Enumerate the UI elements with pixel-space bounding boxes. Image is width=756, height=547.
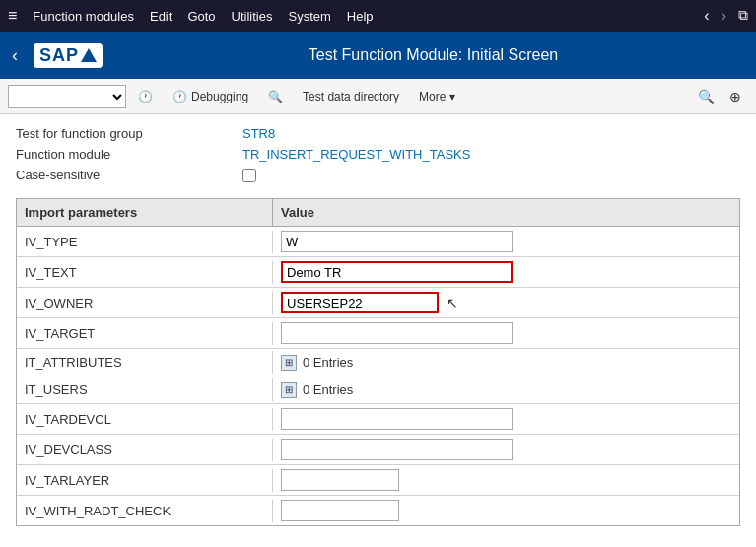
table-body: IV_TYPE IV_TEXT IV_OWNER ↖ bbox=[17, 227, 739, 525]
new-tab-icon: ⊕ bbox=[729, 89, 741, 104]
param-value bbox=[273, 318, 739, 348]
param-value bbox=[273, 496, 739, 525]
toolbar-select[interactable] bbox=[8, 85, 126, 108]
param-value: ⊞ 0 Entries bbox=[273, 351, 739, 375]
table-row: IV_DEVCLASS bbox=[17, 435, 739, 465]
param-value: ⊞ 0 Entries bbox=[273, 378, 739, 402]
table-row: IT_ATTRIBUTES ⊞ 0 Entries bbox=[17, 349, 739, 376]
iv-owner-input[interactable] bbox=[281, 292, 439, 313]
param-value bbox=[273, 227, 739, 256]
iv-devclass-input[interactable] bbox=[281, 439, 513, 460]
function-module-value[interactable]: TR_INSERT_REQUEST_WITH_TASKS bbox=[242, 147, 470, 162]
test-data-label: Test data directory bbox=[303, 90, 399, 103]
new-tab-button[interactable]: ⊕ bbox=[722, 84, 748, 109]
param-value bbox=[273, 435, 739, 464]
table-row: IV_OWNER ↖ bbox=[17, 288, 739, 318]
param-name: IT_USERS bbox=[17, 378, 273, 401]
back-button[interactable]: ‹ bbox=[12, 45, 18, 66]
header-bar: ‹ SAP Test Function Module: Initial Scre… bbox=[0, 32, 756, 79]
sap-logo: SAP bbox=[34, 43, 103, 68]
param-name: IV_TARDEVCL bbox=[17, 408, 273, 431]
nav-back-icon[interactable]: ‹ bbox=[704, 7, 709, 25]
case-sensitive-checkbox[interactable] bbox=[242, 169, 256, 182]
function-module-label: Function module bbox=[16, 147, 242, 162]
param-value: ↖ bbox=[273, 288, 739, 317]
search-param-button[interactable]: 🔍 bbox=[260, 84, 291, 109]
more-button[interactable]: More ▾ bbox=[411, 84, 463, 109]
table-row: IV_TARDEVCL bbox=[17, 404, 739, 435]
debugging-label: Debugging bbox=[191, 90, 248, 103]
cursor-icon: ↖ bbox=[447, 295, 458, 310]
param-value bbox=[273, 404, 739, 434]
iv-tarlayer-input[interactable] bbox=[281, 469, 399, 491]
case-sensitive-label: Case-sensitive bbox=[16, 168, 242, 182]
function-module-row: Function module TR_INSERT_REQUEST_WITH_T… bbox=[16, 147, 740, 162]
param-name: IV_TARGET bbox=[17, 322, 273, 345]
debugging-icon: 🕐 bbox=[172, 90, 187, 103]
menu-goto[interactable]: Goto bbox=[187, 9, 215, 24]
col-param-header: Import parameters bbox=[17, 199, 273, 226]
menu-function-modules[interactable]: Function modules bbox=[33, 9, 134, 24]
page-title: Test Function Module: Initial Screen bbox=[122, 46, 744, 64]
param-name: IV_DEVCLASS bbox=[17, 439, 273, 461]
search-param-icon: 🔍 bbox=[268, 90, 283, 103]
test-data-button[interactable]: Test data directory bbox=[295, 84, 407, 109]
param-name: IV_WITH_RADT_CHECK bbox=[17, 500, 273, 522]
function-group-label: Test for function group bbox=[16, 126, 242, 141]
entries-text: 0 Entries bbox=[303, 355, 353, 370]
title-bar-right: ‹ › ⧉ bbox=[704, 7, 748, 25]
param-name: IV_TYPE bbox=[17, 231, 273, 253]
sap-logo-text: SAP bbox=[39, 45, 79, 66]
param-value bbox=[273, 257, 739, 287]
import-params-table: Import parameters Value IV_TYPE IV_TEXT … bbox=[16, 198, 740, 526]
menu-edit[interactable]: Edit bbox=[150, 9, 172, 24]
table-row: IV_TYPE bbox=[17, 227, 739, 257]
sap-logo-triangle bbox=[81, 48, 97, 62]
menu-bar: Function modules Edit Goto Utilities Sys… bbox=[33, 9, 373, 24]
window-icon[interactable]: ⧉ bbox=[738, 7, 748, 25]
iv-target-input[interactable] bbox=[281, 322, 513, 344]
refresh-button[interactable]: 🕐 bbox=[130, 84, 161, 109]
iv-tardevcl-input[interactable] bbox=[281, 408, 513, 430]
menu-system[interactable]: System bbox=[288, 9, 330, 24]
more-chevron-icon: ▾ bbox=[449, 90, 455, 103]
refresh-icon: 🕐 bbox=[138, 90, 153, 103]
entries-text: 0 Entries bbox=[303, 382, 353, 397]
iv-type-input[interactable] bbox=[281, 231, 513, 252]
global-search-button[interactable]: 🔍 bbox=[693, 84, 719, 109]
table-row: IV_WITH_RADT_CHECK bbox=[17, 496, 739, 525]
menu-help[interactable]: Help bbox=[347, 9, 374, 24]
param-name: IV_TARLAYER bbox=[17, 469, 273, 492]
param-value bbox=[273, 465, 739, 495]
table-header: Import parameters Value bbox=[17, 199, 739, 227]
case-sensitive-row: Case-sensitive bbox=[16, 168, 740, 182]
more-label: More bbox=[419, 90, 446, 103]
nav-forward-icon[interactable]: › bbox=[722, 7, 726, 25]
table-row: IV_TARGET bbox=[17, 318, 739, 349]
hamburger-icon[interactable]: ≡ bbox=[8, 7, 17, 25]
entries-icon[interactable]: ⊞ bbox=[281, 382, 297, 398]
param-name: IT_ATTRIBUTES bbox=[17, 351, 273, 374]
param-name: IV_TEXT bbox=[17, 261, 273, 284]
function-group-row: Test for function group STR8 bbox=[16, 126, 740, 141]
iv-with-radt-check-input[interactable] bbox=[281, 500, 399, 521]
col-value-header: Value bbox=[273, 199, 739, 226]
table-row: IV_TARLAYER bbox=[17, 465, 739, 496]
iv-text-input[interactable] bbox=[281, 261, 513, 283]
table-row: IT_USERS ⊞ 0 Entries bbox=[17, 376, 739, 404]
table-row: IV_TEXT bbox=[17, 257, 739, 288]
global-search-icon: 🔍 bbox=[698, 89, 715, 104]
content-area: Test for function group STR8 Function mo… bbox=[0, 114, 756, 538]
title-bar: ≡ Function modules Edit Goto Utilities S… bbox=[0, 0, 756, 32]
function-group-value[interactable]: STR8 bbox=[242, 126, 275, 141]
menu-utilities[interactable]: Utilities bbox=[232, 9, 273, 24]
entries-icon[interactable]: ⊞ bbox=[281, 355, 297, 371]
toolbar: 🕐 🕐 Debugging 🔍 Test data directory More… bbox=[0, 79, 756, 114]
toolbar-right: 🔍 ⊕ bbox=[693, 84, 748, 109]
debugging-button[interactable]: 🕐 Debugging bbox=[165, 84, 256, 109]
param-name: IV_OWNER bbox=[17, 292, 273, 314]
